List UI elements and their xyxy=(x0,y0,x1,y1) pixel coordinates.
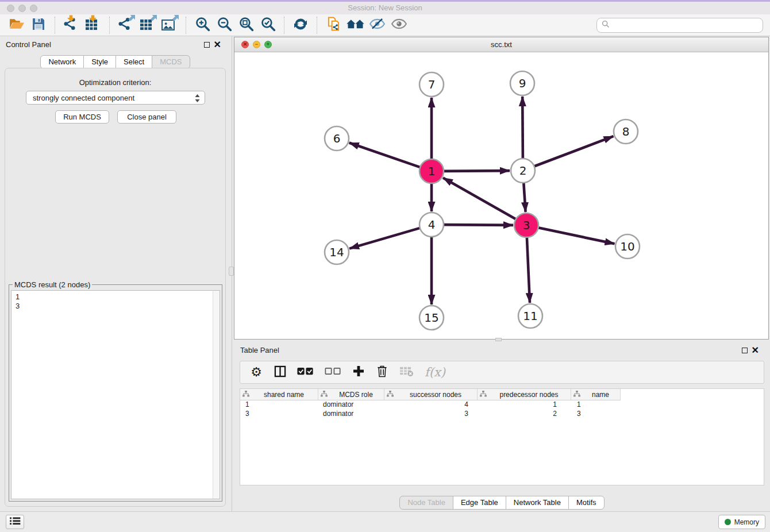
mcds-result-title: MCDS result (2 nodes) xyxy=(13,280,92,289)
tab-motifs[interactable]: Motifs xyxy=(568,496,605,510)
zoom-selected-button[interactable] xyxy=(257,16,279,35)
control-panel-float-icon[interactable] xyxy=(204,42,210,48)
column-header-successor-nodes[interactable]: successor nodes xyxy=(384,389,478,400)
table-panel-close-icon[interactable]: ✕ xyxy=(752,345,759,356)
column-header-name[interactable]: name xyxy=(571,389,621,400)
graph-edge-4-3[interactable] xyxy=(444,225,513,225)
table-settings-button[interactable]: ⚙ xyxy=(250,366,263,379)
save-session-button[interactable] xyxy=(28,16,49,35)
task-history-button[interactable] xyxy=(6,515,24,529)
save-icon xyxy=(32,17,45,33)
search-icon xyxy=(602,20,610,30)
graph-edge-1-6[interactable] xyxy=(349,143,421,168)
zoom-fit-button[interactable] xyxy=(235,16,257,35)
table-row[interactable]: 1dominator411 xyxy=(240,400,764,410)
zoom-out-button[interactable] xyxy=(213,16,235,35)
delete-table-button xyxy=(399,366,414,379)
tab-network[interactable]: Network xyxy=(40,55,84,69)
column-header-MCDS-role[interactable]: MCDS role xyxy=(318,389,384,400)
import-table-button[interactable] xyxy=(82,16,104,35)
criterion-value: strongly connected component xyxy=(33,94,134,102)
export-image-button[interactable] xyxy=(159,16,180,35)
toolbar-separator xyxy=(317,17,317,34)
table-cell[interactable]: dominator xyxy=(318,400,384,410)
table-cell[interactable]: 1 xyxy=(478,400,571,410)
result-scrollbar[interactable] xyxy=(213,291,220,499)
refresh-icon xyxy=(293,17,308,34)
table-delete-icon xyxy=(399,366,414,379)
apply-layout-button[interactable] xyxy=(290,16,311,35)
close-panel-button[interactable]: Close panel xyxy=(117,110,176,124)
tab-edge-table[interactable]: Edge Table xyxy=(453,496,506,510)
delete-column-button[interactable] xyxy=(376,365,388,380)
tab-mcds[interactable]: MCDS xyxy=(152,55,190,69)
control-panel-title: Control Panel xyxy=(6,40,51,49)
tab-node-table[interactable]: Node Table xyxy=(399,496,453,510)
graph-edge-3-11[interactable] xyxy=(527,237,530,303)
fx-icon: f(x) xyxy=(425,365,445,379)
gear-icon: ⚙ xyxy=(251,366,262,379)
tab-style[interactable]: Style xyxy=(83,55,116,69)
table-toolbar: ⚙f(x) xyxy=(240,361,764,384)
graph-edge-2-3[interactable] xyxy=(523,183,525,212)
table-cell[interactable]: 1 xyxy=(240,400,318,410)
export-network-button[interactable] xyxy=(115,16,137,35)
table-cell[interactable]: 3 xyxy=(384,410,478,419)
memory-button[interactable]: Memory xyxy=(718,515,765,529)
graph-edge-3-10[interactable] xyxy=(538,228,615,244)
show-network-button[interactable] xyxy=(388,16,410,35)
search-input[interactable] xyxy=(613,21,758,29)
mcds-panel: Optimization criterion: strongly connect… xyxy=(5,68,226,507)
export-table-button[interactable] xyxy=(137,16,159,35)
column-header-shared-name[interactable]: shared name xyxy=(240,389,318,400)
graph-edge-4-14[interactable] xyxy=(349,228,420,249)
graph-node-label-1: 1 xyxy=(428,164,436,178)
mcds-result-list[interactable]: 13 xyxy=(11,290,220,499)
vertical-splitter-handle[interactable] xyxy=(229,267,234,276)
search-box[interactable] xyxy=(596,18,763,33)
deselect-all-rows-button[interactable] xyxy=(325,367,341,378)
table-panel-float-icon[interactable] xyxy=(742,348,748,353)
graph-edge-3-1[interactable] xyxy=(443,178,516,219)
network-view-window: ✕ − + scc.txt 1234678910111415 xyxy=(234,37,769,340)
eye-slash-icon xyxy=(369,18,386,32)
graph-edge-2-8[interactable] xyxy=(534,136,614,166)
hierarchy-icon xyxy=(573,391,580,399)
table-body: 1dominator4113dominator323 xyxy=(240,400,764,419)
run-mcds-button[interactable]: Run MCDS xyxy=(55,110,109,124)
import-table-icon xyxy=(85,16,101,35)
open-session-button[interactable] xyxy=(6,16,28,35)
toggle-column-panel-button[interactable] xyxy=(274,365,286,380)
table-cell[interactable]: dominator xyxy=(318,410,384,419)
hide-network-button[interactable] xyxy=(366,16,388,35)
import-network-button[interactable] xyxy=(60,16,82,35)
add-column-button[interactable] xyxy=(352,365,365,379)
table-cell[interactable]: 3 xyxy=(240,410,318,419)
table-cell[interactable]: 2 xyxy=(478,410,571,419)
column-header-predecessor-nodes[interactable]: predecessor nodes xyxy=(478,389,571,400)
select-all-rows-button[interactable] xyxy=(297,367,314,378)
function-builder-button: f(x) xyxy=(425,365,445,379)
network-home-button[interactable] xyxy=(344,16,366,35)
table-row[interactable]: 3dominator323 xyxy=(240,410,764,419)
graph-edge-2-9[interactable] xyxy=(522,97,523,159)
table-cell[interactable]: 1 xyxy=(571,400,621,410)
control-panel-close-icon[interactable]: ✕ xyxy=(214,39,221,50)
duplicate-network-button[interactable] xyxy=(322,16,344,35)
zoom-in-icon xyxy=(195,16,210,34)
mcds-result-line: 1 xyxy=(16,292,220,302)
tab-network-table[interactable]: Network Table xyxy=(506,496,569,510)
table-cell[interactable]: 4 xyxy=(384,400,478,410)
criterion-select[interactable]: strongly connected component xyxy=(26,91,205,105)
hierarchy-icon xyxy=(242,391,249,399)
zoom-out-icon xyxy=(217,16,232,34)
network-window-titlebar[interactable]: ✕ − + scc.txt xyxy=(234,37,768,52)
tab-select[interactable]: Select xyxy=(116,55,152,69)
graph-edge-1-2[interactable] xyxy=(444,171,510,171)
network-canvas[interactable]: 1234678910111415 xyxy=(234,52,768,339)
horizontal-splitter-handle[interactable] xyxy=(495,338,502,341)
zoom-in-button[interactable] xyxy=(191,16,213,35)
table-cell[interactable]: 3 xyxy=(571,410,621,419)
graph-node-label-8: 8 xyxy=(622,125,630,138)
control-panel-header: Control Panel ✕ xyxy=(6,40,225,52)
